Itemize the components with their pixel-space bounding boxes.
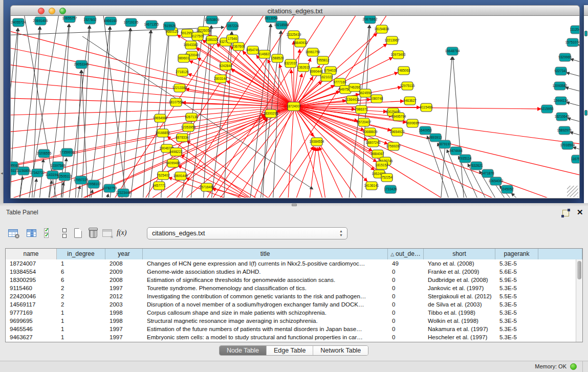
graph-node[interactable]: 17016504	[560, 141, 575, 149]
graph-node[interactable]: 3624554	[359, 89, 372, 97]
graph-node[interactable]: 9699695	[406, 119, 419, 127]
graph-node[interactable]: 18807243	[366, 139, 381, 147]
scrollbar-thumb[interactable]	[577, 261, 581, 279]
select-columns-button[interactable]	[26, 228, 38, 239]
graph-node[interactable]: 7625402	[157, 171, 170, 180]
tab-network-table[interactable]: Network Table	[313, 346, 368, 356]
graph-node[interactable]: 10655257	[62, 16, 77, 23]
graph-node[interactable]: 6879197	[438, 140, 451, 148]
graph-node[interactable]: 989601	[178, 54, 189, 62]
graph-node[interactable]: 16961758	[306, 48, 320, 56]
table-row[interactable]: 969969511998Structural magnetic resonanc…	[6, 317, 582, 325]
graph-node[interactable]: 9457771	[153, 182, 166, 190]
graph-node[interactable]: 1527602	[83, 16, 97, 24]
graph-node[interactable]: 24055724	[11, 18, 26, 27]
function-builder-button[interactable]: f(x)	[117, 229, 126, 237]
graph-node[interactable]: 10973493	[391, 51, 406, 59]
graph-node[interactable]: 8454749	[246, 46, 259, 54]
column-header-pagerank[interactable]: pagerank	[495, 249, 538, 259]
graph-node[interactable]: 12213967	[385, 36, 400, 45]
graph-node[interactable]: 10688609	[363, 128, 378, 136]
graph-node[interactable]: 12353958	[181, 123, 196, 132]
graph-node[interactable]: 16543382	[184, 41, 199, 49]
graph-node[interactable]: 9242844	[219, 62, 232, 70]
graph-node[interactable]: 8322037	[284, 59, 297, 68]
graph-node[interactable]: 10719195	[124, 18, 139, 27]
graph-node[interactable]: 15716485	[200, 183, 214, 191]
network-canvas[interactable]: 1872400796601255912954182260589127505818…	[10, 16, 580, 199]
graph-node[interactable]: 18724007	[287, 102, 301, 111]
graph-node[interactable]: 8471878	[481, 169, 494, 178]
graph-node[interactable]: 20876862	[363, 16, 378, 24]
graph-node[interactable]: 9267130	[185, 113, 198, 121]
column-header-year[interactable]: year	[105, 249, 143, 259]
graph-node[interactable]: 1733426	[384, 185, 397, 193]
table-row[interactable]: 2242004622012Investigating the contribut…	[6, 292, 582, 300]
graph-node[interactable]: 12505113	[57, 172, 72, 181]
new-table-button[interactable]	[72, 228, 84, 239]
graph-node[interactable]: 14671355	[144, 20, 159, 29]
toggle-view-button[interactable]	[58, 228, 71, 239]
graph-node[interactable]: 19166852	[156, 129, 170, 137]
graph-node[interactable]: 94099488	[166, 159, 181, 167]
graph-node[interactable]: 21364436	[345, 96, 360, 104]
graph-node[interactable]: 9329965	[558, 53, 572, 61]
graph-node[interactable]: 9146821	[258, 50, 271, 58]
graph-node[interactable]: 16154838	[375, 25, 389, 33]
graph-node[interactable]: 19384554	[310, 138, 324, 146]
graph-node[interactable]: 20206555	[37, 149, 52, 158]
column-header-out_de[interactable]: △out_de…	[388, 249, 424, 259]
graph-node[interactable]: 7986372	[355, 105, 368, 114]
graph-node[interactable]: 8186328	[205, 36, 219, 44]
tab-node-table[interactable]: Node Table	[220, 346, 267, 356]
graph-node[interactable]: 1362615	[297, 63, 310, 72]
graph-node[interactable]: 17546	[227, 35, 238, 43]
graph-node[interactable]: 17359938	[60, 148, 75, 157]
graph-node[interactable]: 16053809	[205, 16, 220, 24]
graph-node[interactable]: 10397588	[51, 162, 66, 170]
table-row[interactable]: 946362711997Embryonic stem cells: a mode…	[6, 333, 582, 341]
graph-node[interactable]: 18107554	[169, 98, 184, 106]
graph-node[interactable]: 8813054	[265, 16, 278, 23]
graph-node[interactable]: 16640910	[293, 39, 308, 47]
graph-node[interactable]: 1112044	[570, 26, 579, 34]
graph-node[interactable]: 29053346	[74, 60, 89, 69]
graph-node[interactable]: 2718126	[176, 68, 189, 76]
graph-node[interactable]: 1167553	[571, 155, 579, 163]
graph-node[interactable]: 12213383	[172, 84, 187, 92]
delete-table-button[interactable]	[87, 228, 99, 239]
graph-node[interactable]: 16210643	[555, 113, 570, 121]
graph-node[interactable]: 9245052	[500, 185, 514, 193]
graph-node[interactable]: 8878334	[176, 134, 189, 142]
graph-node[interactable]: 8466160	[104, 17, 117, 25]
graph-node[interactable]: 9127505	[191, 32, 204, 40]
graph-node[interactable]: 391511	[11, 167, 16, 175]
column-header-in_degree[interactable]: in_degree	[57, 249, 105, 259]
panel-collapse-arrow[interactable]: ◂	[0, 171, 4, 176]
graph-node[interactable]: 18300295	[264, 110, 278, 118]
graph-node[interactable]: 9115460	[420, 103, 433, 112]
table-row[interactable]: 946554611997Estimation of the future num…	[6, 325, 582, 333]
graph-node[interactable]: 12323446	[116, 189, 131, 197]
graph-node[interactable]: 1588520	[271, 54, 284, 62]
graph-node[interactable]: 16648784	[445, 47, 460, 55]
graph-node[interactable]: 752254	[381, 173, 393, 182]
graph-node[interactable]: 2935114	[459, 155, 472, 163]
table-row[interactable]: 977716911998Corpus callosum shape and si…	[6, 309, 582, 317]
column-header-title[interactable]: title	[143, 249, 388, 259]
graph-node[interactable]: 9227341	[554, 67, 568, 75]
graph-node[interactable]: 9474444	[449, 147, 463, 155]
table-row[interactable]: 1938455462009Genome-wide association stu…	[6, 268, 582, 276]
graph-node[interactable]: 19691449	[173, 172, 188, 180]
graph-node[interactable]: 1640953	[419, 126, 432, 135]
table-vertical-scrollbar[interactable]	[576, 259, 582, 342]
graph-node[interactable]: 15720407	[357, 118, 372, 126]
graph-node[interactable]: 19654923	[390, 128, 405, 136]
graph-node[interactable]: 7515526	[163, 22, 176, 30]
select-rows-button[interactable]	[42, 228, 55, 239]
graph-node[interactable]: 9498222	[169, 148, 183, 156]
table-selector-dropdown[interactable]: citations_edges.txt ▲▼	[147, 227, 347, 239]
graph-node[interactable]: 12975115	[400, 82, 415, 90]
network-window-titlebar[interactable]: citations_edges.txt	[10, 5, 580, 16]
graph-node[interactable]: 9463627	[403, 97, 417, 105]
